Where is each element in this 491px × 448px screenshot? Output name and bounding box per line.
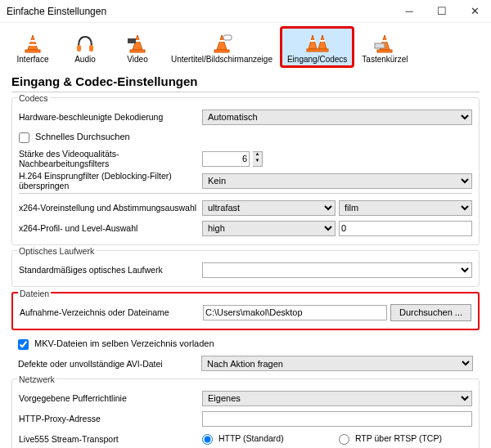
svg-rect-9 [128, 38, 136, 43]
svg-rect-8 [130, 50, 145, 52]
tab-label: Tastenkürzel [362, 55, 408, 64]
tab-label: Video [127, 55, 147, 64]
group-files: Dateien Aufnahme-Verzeichnis oder Datein… [11, 292, 480, 330]
cache-policy-label: Vorgegebene Pufferrichtlinie [19, 393, 199, 403]
default-drive-select[interactable] [202, 262, 472, 278]
cone-icon [20, 32, 46, 55]
browse-button[interactable]: Durchsuchen ... [390, 304, 471, 321]
tab-subtitles[interactable]: Untertitel/Bildschirmanzeige [165, 28, 278, 66]
window-title: Einfache Einstellungen [7, 6, 393, 17]
svg-rect-17 [320, 40, 325, 42]
svg-rect-13 [223, 35, 232, 40]
group-title: Codecs [17, 93, 50, 103]
divider [11, 92, 480, 92]
group-network: Netzwerk Vorgegebene Pufferrichtlinie Ei… [11, 379, 480, 448]
x264-preset-select[interactable]: ultrafast [202, 200, 336, 216]
svg-rect-4 [77, 45, 81, 52]
svg-marker-16 [318, 35, 327, 49]
tab-input-codecs[interactable]: Eingang/Codecs [282, 28, 353, 66]
x264-tune-select[interactable]: film [339, 200, 472, 216]
postproc-input[interactable] [202, 151, 250, 167]
group-title: Netzwerk [17, 374, 56, 384]
tab-video[interactable]: Video [113, 28, 162, 66]
spinner-buttons[interactable]: ▲▼ [253, 151, 263, 167]
live555-http-radio[interactable]: HTTP (Standard) [202, 433, 327, 445]
x264-profile-select[interactable]: high [202, 221, 336, 236]
postproc-label: Stärke des Videoqualitäts-Nachbearbeitun… [19, 149, 199, 168]
group-optical: Optisches Laufwerk Standardmäßiges optis… [11, 250, 480, 287]
maximize-button[interactable]: ☐ [426, 0, 458, 23]
svg-rect-5 [89, 45, 93, 52]
svg-rect-21 [377, 50, 392, 52]
page-title: Eingang & Codec-Einstellungen [11, 74, 480, 88]
film-cone-icon [124, 32, 151, 55]
svg-rect-12 [214, 50, 229, 52]
svg-marker-14 [309, 35, 317, 49]
tab-label: Audio [74, 55, 96, 64]
default-drive-label: Standardmäßiges optisches Laufwerk [19, 265, 199, 275]
keyboard-cone-icon [372, 32, 398, 55]
headphones-icon [72, 32, 98, 55]
group-title: Dateien [18, 289, 51, 298]
svg-rect-20 [381, 40, 388, 42]
tab-audio[interactable]: Audio [61, 28, 110, 66]
preferences-toolbar: Interface Audio Video Untertitel/Bildsch… [0, 23, 491, 68]
http-proxy-input[interactable] [202, 411, 472, 427]
hw-decode-select[interactable]: Automatisch [202, 110, 472, 125]
h264-skip-label: H.264 Einsprungfilter (Deblocking-Filter… [19, 171, 199, 190]
svg-marker-0 [28, 35, 38, 50]
svg-rect-1 [29, 40, 36, 42]
hw-decode-label: Hardware-beschleunigte Dekodierung [19, 112, 199, 122]
tab-label: Interface [17, 55, 49, 64]
divider [19, 193, 472, 194]
x264-profile-label: x264-Profil- und Level-Auswahl [19, 223, 199, 233]
svg-rect-18 [307, 49, 328, 52]
live555-rtp-radio[interactable]: RTP über RTSP (TCP) [339, 433, 464, 445]
svg-rect-22 [375, 43, 385, 48]
main-content: Eingang & Codec-Einstellungen Codecs Har… [0, 68, 491, 448]
svg-rect-15 [310, 40, 315, 42]
avi-broken-label: Defekte oder unvollständige AVI-Datei [18, 359, 198, 369]
tab-hotkeys[interactable]: Tastenkürzel [356, 28, 413, 66]
cache-policy-select[interactable]: Eigenes [202, 391, 472, 406]
http-proxy-label: HTTP-Proxy-Adresse [19, 414, 199, 423]
double-cone-icon [304, 32, 331, 55]
h264-skip-select[interactable]: Kein [202, 173, 472, 189]
group-codecs: Codecs Hardware-beschleunigte Dekodierun… [11, 97, 480, 245]
tab-interface[interactable]: Interface [8, 28, 57, 66]
close-button[interactable]: ✕ [458, 0, 491, 23]
x264-level-input[interactable] [339, 221, 472, 236]
x264-preset-label: x264-Voreinstellung und Abstimmungsauswa… [19, 203, 199, 213]
record-dir-input[interactable] [203, 305, 387, 320]
tab-label: Eingang/Codecs [287, 55, 347, 64]
svg-rect-2 [29, 44, 37, 46]
record-dir-label: Aufnahme-Verzeichnis oder Dateiname [20, 307, 200, 317]
group-title: Optisches Laufwerk [17, 246, 96, 256]
minimize-button[interactable]: ─ [393, 0, 426, 23]
fast-seek-checkbox[interactable]: Schnelles Durchsuchen [19, 132, 130, 143]
live555-label: Live555 Stream-Transport [19, 434, 199, 444]
avi-broken-select[interactable]: Nach Aktion fragen [201, 356, 473, 371]
cone-bubble-icon [209, 32, 235, 55]
tab-label: Untertitel/Bildschirmanzeige [171, 55, 273, 64]
window-titlebar: Einfache Einstellungen ─ ☐ ✕ [0, 0, 491, 23]
svg-rect-3 [25, 50, 40, 52]
mkv-preload-checkbox[interactable]: MKV-Dateien im selben Verzeichnis vorlad… [18, 338, 214, 350]
